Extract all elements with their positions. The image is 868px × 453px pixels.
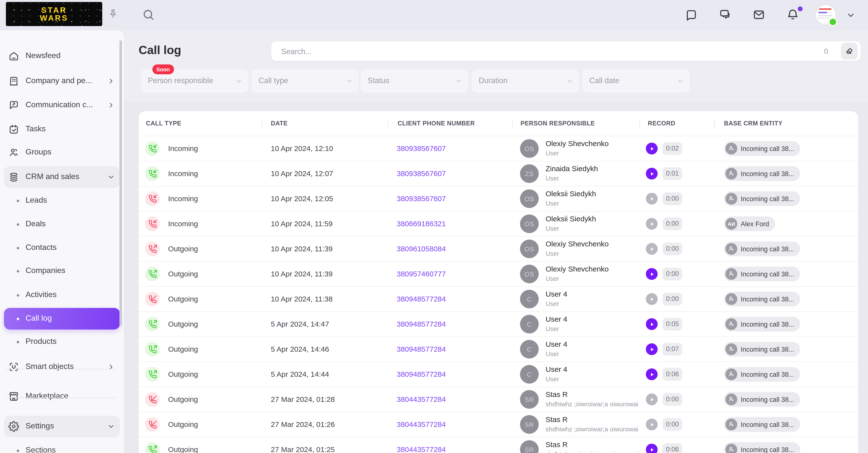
sidebar-item-smart-objects[interactable]: Smart objects [4,356,120,378]
client-phone-link[interactable]: 380948577284 [397,345,446,353]
bell-icon[interactable] [786,8,799,21]
play-record-button[interactable] [646,444,658,453]
sidebar-item-label: Communication c... [26,100,93,109]
sidebar-item-call-log[interactable]: Call log [4,308,120,330]
table-row[interactable]: Outgoing 10 Apr 2024, 11:38 380948577284… [138,286,858,311]
crm-entity-chip[interactable]: Incoming call 38... [724,191,800,206]
sidebar-item-tasks[interactable]: Tasks [4,118,120,140]
crm-entity-chip[interactable]: Incoming call 38... [724,292,800,306]
client-phone-link[interactable]: 380669186321 [397,219,446,228]
client-phone-link[interactable]: 380938567607 [397,194,446,203]
sidebar-item-marketplace[interactable]: Marketplace [4,386,120,407]
client-phone-link[interactable]: 380443577284 [397,420,446,428]
crm-entity-chip[interactable]: Incoming call 38... [724,166,800,181]
sidebar-item-companies[interactable]: Companies [4,260,120,282]
play-record-button[interactable] [646,318,658,330]
client-phone-link[interactable]: 380938567607 [397,169,446,177]
crm-entity-chip[interactable]: Incoming call 38... [724,317,800,332]
client-phone-link[interactable]: 380443577284 [397,445,446,453]
mail-icon[interactable] [752,8,765,21]
play-record-button[interactable] [646,243,658,255]
play-record-button[interactable] [646,143,658,154]
play-record-button[interactable] [646,218,658,230]
crm-entity-chip[interactable]: АИ Alex Ford [724,217,775,231]
play-record-button[interactable] [646,268,658,280]
crm-entity-chip[interactable]: Incoming call 38... [724,367,800,382]
play-record-button[interactable] [646,293,658,305]
table-row[interactable]: Outgoing 27 Mar 2024, 01:26 380443577284… [138,412,858,437]
client-phone-link[interactable]: 380948577284 [397,370,446,378]
search-icon[interactable] [142,8,155,21]
filter-duration[interactable]: Duration [472,69,579,92]
crm-entity-chip[interactable]: Incoming call 38... [724,342,800,357]
filter-status[interactable]: Status [361,69,468,92]
crm-entity-chip[interactable]: Incoming call 38... [724,266,800,281]
table-row[interactable]: Outgoing 27 Mar 2024, 01:28 380443577284… [138,387,858,412]
table-row[interactable]: Outgoing 10 Apr 2024, 11:39 380961058084… [138,236,858,261]
sidebar-item-sections[interactable]: Sections [4,440,120,453]
sidebar-item-label: Smart objects [26,362,74,371]
table-row[interactable]: Outgoing 27 Mar 2024, 01:25 380443577284… [138,437,858,453]
sidebar-item-crm-and-sales[interactable]: CRM and sales [4,166,120,188]
sidebar-item-deals[interactable]: Deals [4,214,120,235]
table-row[interactable]: Outgoing 10 Apr 2024, 11:39 380957460777… [138,261,858,286]
play-record-button[interactable] [646,394,658,405]
group-chat-icon[interactable] [719,8,731,21]
entity-label: Incoming call 38... [741,421,794,428]
table-row[interactable]: Outgoing 5 Apr 2024, 14:46 380948577284 … [138,336,858,362]
crm-entity-chip[interactable]: Incoming call 38... [724,392,800,407]
client-phone-link[interactable]: 380961058084 [397,245,446,253]
table-row[interactable]: Incoming 10 Apr 2024, 12:10 380938567607… [138,136,858,161]
sidebar-item-leads[interactable]: Leads [4,190,120,211]
play-record-button[interactable] [646,419,658,430]
sidebar-item-label: Marketplace [26,392,68,400]
sidebar-divider [6,397,116,398]
client-phone-link[interactable]: 380948577284 [397,320,446,328]
sidebar-item-newsfeed[interactable]: Newsfeed [4,45,120,67]
sidebar-item-company-and-pe[interactable]: Company and pe... [4,70,120,92]
workspace-logo[interactable]: STAR WARS [6,2,102,26]
col-record: RECORD [648,120,675,127]
profile-chevron-down-icon[interactable] [846,10,859,23]
call-type-label: Outgoing [168,370,198,378]
sidebar-scrollbar[interactable] [119,40,122,325]
sidebar-item-settings[interactable]: Settings [4,416,120,437]
client-phone-link[interactable]: 380957460777 [397,270,446,278]
table-row[interactable]: Outgoing 5 Apr 2024, 14:47 380948577284 … [138,311,858,336]
table-row[interactable]: Incoming 10 Apr 2024, 12:05 380938567607… [138,186,858,211]
play-record-button[interactable] [646,193,658,205]
sidebar-item-contacts[interactable]: Contacts [4,237,120,259]
play-record-button[interactable] [646,168,658,179]
entity-label: Incoming call 38... [741,320,794,328]
play-record-button[interactable] [646,368,658,380]
crm-entity-chip[interactable]: Incoming call 38... [724,242,800,256]
filter-call-date[interactable]: Call date [583,69,690,92]
person-avatar: OS [520,139,539,158]
filter-call-type[interactable]: Call type [252,69,359,92]
client-phone-link[interactable]: 380443577284 [397,395,446,403]
table-row[interactable]: Outgoing 5 Apr 2024, 14:44 380948577284 … [138,362,858,387]
client-phone-link[interactable]: 380948577284 [397,294,446,303]
sidebar-item-activities[interactable]: Activities [4,284,120,306]
chat-icon[interactable] [685,8,698,21]
call-date: 27 Mar 2024, 01:25 [271,445,335,453]
contact-icon [725,193,737,205]
play-record-button[interactable] [646,343,658,355]
table-row[interactable]: Incoming 10 Apr 2024, 12:07 380938567607… [138,161,858,186]
search-input[interactable] [280,41,798,62]
call-type-icon [145,342,160,357]
call-type-label: Incoming [168,144,198,152]
crm-entity-chip[interactable]: Incoming call 38... [724,442,800,453]
sidebar-item-groups[interactable]: Groups [4,142,120,163]
clear-search-button[interactable] [841,43,858,59]
person-name: Olexiy Shevchenko [546,239,609,248]
table-row[interactable]: Incoming 10 Apr 2024, 11:59 380669186321… [138,211,858,236]
col-client-phone: CLIENT PHONE NUMBER [398,120,475,127]
crm-entity-chip[interactable]: Incoming call 38... [724,417,800,432]
crm-entity-chip[interactable]: Incoming call 38... [724,141,800,156]
sidebar-item-products[interactable]: Products [4,331,120,353]
client-phone-link[interactable]: 380938567607 [397,144,446,152]
pin-sidebar-icon[interactable] [107,8,119,19]
call-type-icon [145,242,160,256]
sidebar-item-communication-c[interactable]: Communication c... [4,94,120,116]
